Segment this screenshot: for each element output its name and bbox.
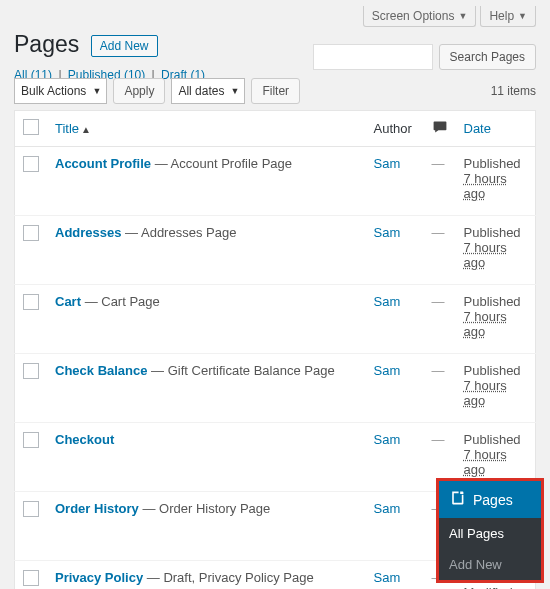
pages-icon	[449, 490, 465, 509]
page-title: Pages	[14, 31, 79, 58]
col-title[interactable]: Title▲	[47, 110, 366, 146]
date-cell: Published7 hours ago	[456, 146, 536, 215]
col-comments[interactable]	[424, 110, 456, 146]
screen-options-tab[interactable]: Screen Options ▼	[363, 6, 477, 27]
row-checkbox[interactable]	[23, 363, 39, 379]
author-link[interactable]: Sam	[374, 501, 401, 516]
row-subtitle: — Cart Page	[81, 294, 160, 309]
comment-count: —	[432, 294, 445, 309]
author-link[interactable]: Sam	[374, 294, 401, 309]
row-subtitle: — Draft, Privacy Policy Page	[143, 570, 314, 585]
comment-count: —	[432, 225, 445, 240]
row-title-link[interactable]: Addresses	[55, 225, 121, 240]
admin-submenu-pages: Pages All Pages Add New	[436, 478, 544, 583]
table-row: Check Balance — Gift Certificate Balance…	[15, 353, 536, 422]
author-link[interactable]: Sam	[374, 156, 401, 171]
row-title-link[interactable]: Account Profile	[55, 156, 151, 171]
row-checkbox[interactable]	[23, 156, 39, 172]
table-row: Account Profile — Account Profile PageSa…	[15, 146, 536, 215]
chevron-down-icon: ▼	[458, 11, 467, 21]
row-checkbox[interactable]	[23, 501, 39, 517]
chevron-down-icon: ▼	[92, 86, 101, 96]
comment-count: —	[432, 363, 445, 378]
author-link[interactable]: Sam	[374, 363, 401, 378]
row-checkbox[interactable]	[23, 570, 39, 586]
dates-select[interactable]: All dates ▼	[171, 78, 245, 104]
comment-count: —	[432, 156, 445, 171]
row-title-link[interactable]: Privacy Policy	[55, 570, 143, 585]
row-subtitle: — Account Profile Page	[151, 156, 292, 171]
row-checkbox[interactable]	[23, 294, 39, 310]
date-cell: Published7 hours ago	[456, 353, 536, 422]
date-cell: Published7 hours ago	[456, 284, 536, 353]
row-title-link[interactable]: Check Balance	[55, 363, 148, 378]
col-date[interactable]: Date	[456, 110, 536, 146]
row-subtitle: — Gift Certificate Balance Page	[148, 363, 335, 378]
row-subtitle: — Order History Page	[139, 501, 271, 516]
row-title-link[interactable]: Cart	[55, 294, 81, 309]
search-button[interactable]: Search Pages	[439, 44, 536, 70]
help-tab[interactable]: Help ▼	[480, 6, 536, 27]
row-title-link[interactable]: Order History	[55, 501, 139, 516]
comment-icon	[432, 119, 448, 133]
help-label: Help	[489, 9, 514, 23]
select-all-checkbox[interactable]	[23, 119, 39, 135]
table-row: Addresses — Addresses PageSam—Published7…	[15, 215, 536, 284]
submenu-head-pages[interactable]: Pages	[439, 481, 541, 518]
add-new-button[interactable]: Add New	[91, 35, 158, 57]
row-checkbox[interactable]	[23, 225, 39, 241]
submenu-add-new[interactable]: Add New	[439, 549, 541, 580]
bulk-actions-select[interactable]: Bulk Actions ▼	[14, 78, 107, 104]
apply-button[interactable]: Apply	[113, 78, 165, 104]
table-row: Cart — Cart PageSam—Published7 hours ago	[15, 284, 536, 353]
chevron-down-icon: ▼	[518, 11, 527, 21]
row-subtitle: — Addresses Page	[121, 225, 236, 240]
comment-count: —	[432, 432, 445, 447]
chevron-down-icon: ▼	[231, 86, 240, 96]
col-author[interactable]: Author	[366, 110, 424, 146]
row-checkbox[interactable]	[23, 432, 39, 448]
sort-asc-icon: ▲	[81, 124, 91, 135]
screen-options-label: Screen Options	[372, 9, 455, 23]
author-link[interactable]: Sam	[374, 432, 401, 447]
row-title-link[interactable]: Checkout	[55, 432, 114, 447]
date-cell: Published7 hours ago	[456, 215, 536, 284]
items-count: 11 items	[491, 84, 536, 98]
filter-button[interactable]: Filter	[251, 78, 300, 104]
author-link[interactable]: Sam	[374, 225, 401, 240]
author-link[interactable]: Sam	[374, 570, 401, 585]
submenu-all-pages[interactable]: All Pages	[439, 518, 541, 549]
search-input[interactable]	[313, 44, 433, 70]
